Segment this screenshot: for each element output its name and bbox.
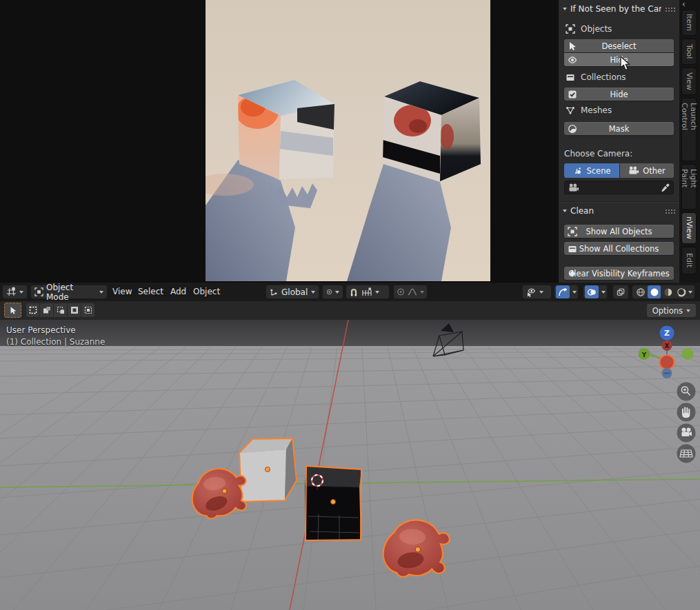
region-collapse-icon[interactable]: ‹ [682,0,686,8]
chevron-down-icon [563,8,567,10]
sidebar-panel-nview: If Not Seen by the Camera... Objects Des… [559,0,679,283]
tab-nview[interactable]: nView [681,212,697,244]
hide-objects-button[interactable]: Hide [564,53,674,66]
overlays-icon [587,287,597,297]
chevron-down-icon [686,309,690,312]
overlays-toggle-group [583,285,608,299]
panel-header-if-not-seen[interactable]: If Not Seen by the Camera... [563,3,675,15]
pivot-point-dropdown[interactable] [322,285,343,299]
select-mode-intersect[interactable] [81,303,94,317]
render-preview [206,0,490,281]
chevron-down-icon[interactable] [572,291,577,294]
tab-item[interactable]: Item [681,10,697,36]
active-tool-button[interactable] [4,303,21,318]
deselect-button[interactable]: Deselect [564,39,674,52]
clean-title: Clean [570,206,661,216]
rendered-sphere-icon [677,287,686,297]
tab-tool[interactable]: Tool [681,39,697,65]
solid-sphere-icon [650,287,659,297]
shading-solid-button[interactable] [648,285,661,298]
editor-type-button[interactable] [2,285,28,299]
mask-button[interactable]: Mask [564,122,674,135]
keyframe-diamond-icon [568,269,577,278]
select-mode-extend[interactable] [40,303,53,317]
chevron-down-icon[interactable] [420,291,424,294]
origin-dot [415,547,421,552]
tab-view[interactable]: View [681,68,697,95]
gizmo-center[interactable] [660,355,674,369]
origin-dot [331,500,336,505]
shading-rendered-button[interactable] [675,285,687,298]
orientation-label: Global [281,287,308,297]
zoom-button[interactable] [677,383,696,401]
select-mode-subtract[interactable] [54,303,67,317]
chevron-down-icon[interactable] [375,291,379,294]
options-button[interactable]: Options [647,304,696,317]
menu-add[interactable]: Add [170,287,186,296]
menu-object[interactable]: Object [193,287,220,296]
tab-launch-control[interactable]: Launch Control [681,98,697,161]
tab-edit[interactable]: Edit [681,247,697,274]
eyedropper-icon[interactable] [661,183,670,192]
menu-select[interactable]: Select [138,287,163,296]
panel-header-clean[interactable]: Clean [563,205,675,217]
gizmo-z-label: Z [664,329,670,338]
hide-collections-button[interactable]: Hide [564,88,674,101]
drag-dots[interactable] [665,7,675,12]
eye-icon [568,55,577,65]
checkbox-icon [568,90,577,99]
select-mode-set[interactable] [26,303,39,317]
camera-other-button[interactable]: Other [620,163,674,178]
chevron-down-icon[interactable] [601,291,606,294]
collection-icon [568,244,577,254]
tab-light-paint[interactable]: Light Paint [681,164,697,210]
proportional-icon[interactable] [397,287,405,296]
objects-label: Objects [581,24,612,34]
wireframe-sphere-icon [636,287,646,297]
camera-picker-field[interactable] [564,181,674,194]
pivot-icon [326,287,332,296]
drag-dots[interactable] [665,209,675,214]
viewport-3d[interactable]: Z X Y [0,320,700,610]
transform-orientation-dropdown[interactable]: Global [266,285,319,299]
show-all-objects-button[interactable]: Show All Objects [564,225,674,238]
overlays-toggle[interactable] [585,285,599,298]
shading-wireframe-button[interactable] [634,285,646,298]
select-mode-group [26,303,94,317]
tool-settings-bar: Options [0,301,700,320]
gizmo-neg-y-axis[interactable] [682,348,694,360]
pan-button[interactable] [677,403,696,422]
falloff-icon[interactable] [408,287,417,296]
material-sphere-icon [663,287,673,297]
menu-view[interactable]: View [112,287,132,296]
shading-material-button[interactable] [662,285,674,298]
chevron-down-icon [311,291,315,294]
cursor-icon [568,41,577,51]
objects-label-row: Objects [566,23,612,35]
mask-icon [568,124,577,134]
render-image [206,0,490,281]
gizmos-toggle[interactable] [556,285,570,298]
show-all-collections-button[interactable]: Show All Collections [564,242,674,255]
scene-icon [572,166,582,176]
snap-group [346,285,390,299]
xray-toggle[interactable] [612,285,629,299]
snap-with-icon[interactable] [361,287,372,297]
meshes-label: Meshes [581,105,612,115]
clear-visibility-keyframes-button[interactable]: Clear Visibility Keyframes [564,267,674,280]
chevron-down-icon [539,291,543,294]
mode-dropdown[interactable]: Object Mode [30,285,108,299]
object-visibility-dropdown[interactable] [522,285,552,299]
magnet-icon[interactable] [349,287,359,297]
select-mode-invert[interactable] [68,303,81,317]
collections-label: Collections [581,72,626,82]
chevron-down-icon[interactable] [688,291,692,294]
proportional-editing-group [393,285,428,299]
gray-cube-object[interactable] [239,438,297,502]
camera-scene-button[interactable]: Scene [564,163,619,178]
panel-divider [559,201,679,203]
ortho-toggle-button[interactable] [677,445,696,463]
chevron-down-icon [563,210,567,212]
viewport-scene: Z X Y [0,320,700,610]
chevron-down-icon [19,291,23,294]
